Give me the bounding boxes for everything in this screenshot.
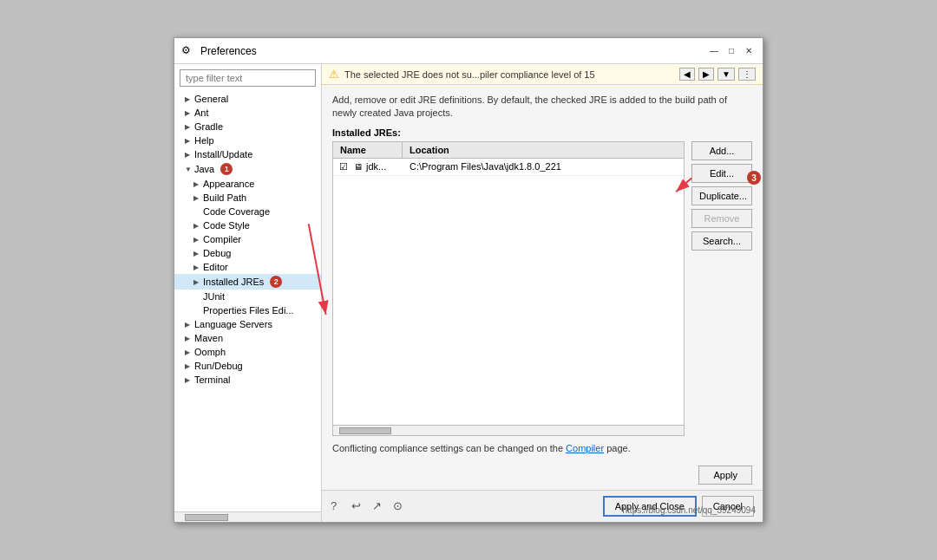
expand-icon: ▼ bbox=[185, 166, 192, 173]
expand-icon bbox=[193, 264, 200, 271]
sidebar-item-editor[interactable]: Editor bbox=[174, 260, 321, 274]
sidebar-item-java[interactable]: ▼ Java 1 bbox=[174, 161, 321, 177]
sidebar-item-label: Oomph bbox=[194, 347, 226, 357]
expand-icon bbox=[185, 376, 192, 384]
expand-icon bbox=[185, 137, 192, 145]
close-button[interactable]: ✕ bbox=[742, 44, 756, 58]
search-input[interactable] bbox=[180, 69, 316, 87]
sidebar-item-installed-jres[interactable]: Installed JREs 2 bbox=[174, 274, 321, 290]
sidebar-item-label: Java bbox=[194, 164, 214, 174]
row-checkbox[interactable]: ☑ bbox=[337, 161, 351, 173]
remove-button[interactable]: Remove bbox=[691, 209, 752, 228]
sidebar-item-install-update[interactable]: Install/Update bbox=[174, 147, 321, 161]
sidebar-item-label: Compiler bbox=[203, 234, 241, 244]
sidebar-item-label: Help bbox=[194, 135, 214, 146]
sidebar-item-label: Debug bbox=[203, 248, 231, 258]
table-scrollbar[interactable] bbox=[333, 425, 684, 435]
sidebar-item-code-style[interactable]: Code Style bbox=[174, 218, 321, 232]
sidebar-item-label: Properties Files Edi... bbox=[203, 305, 294, 316]
nav-forward-button[interactable]: ▶ bbox=[698, 68, 714, 81]
sidebar-item-label: JUnit bbox=[203, 291, 225, 302]
add-button[interactable]: Add... bbox=[691, 141, 752, 160]
window-title: Preferences bbox=[200, 45, 257, 57]
scroll-thumb[interactable] bbox=[185, 514, 228, 521]
expand-icon bbox=[193, 250, 200, 257]
duplicate-button[interactable]: Duplicate... bbox=[691, 186, 752, 205]
installed-label: Installed JREs: bbox=[332, 127, 752, 138]
restore-icon[interactable]: ↩ bbox=[351, 499, 365, 513]
content-area: Add, remove or edit JRE definitions. By … bbox=[322, 85, 763, 462]
sidebar-item-run-debug[interactable]: Run/Debug bbox=[174, 359, 321, 373]
sidebar-item-label: Installed JREs bbox=[203, 277, 264, 287]
nav-back-button[interactable]: ◀ bbox=[679, 68, 695, 81]
jre-location: C:\Program Files\Java\jdk1.8.0_221 bbox=[410, 161, 680, 172]
sidebar-item-ant[interactable]: Ant bbox=[174, 106, 321, 120]
badge-1: 1 bbox=[220, 163, 233, 175]
sidebar-item-debug[interactable]: Debug bbox=[174, 246, 321, 260]
search-button[interactable]: Search... bbox=[691, 231, 752, 251]
table-area: Name Location ☑ 🖥 jdk... C:\Program File… bbox=[332, 141, 752, 436]
sidebar-item-language-servers[interactable]: Language Servers bbox=[174, 317, 321, 331]
sidebar-item-label: Code Coverage bbox=[203, 206, 270, 217]
sidebar-item-general[interactable]: General bbox=[174, 92, 321, 106]
nav-dropdown-button[interactable]: ▼ bbox=[717, 68, 735, 81]
sidebar-item-appearance[interactable]: Appearance bbox=[174, 177, 321, 191]
table-header: Name Location bbox=[333, 142, 684, 159]
sidebar-item-label: Maven bbox=[194, 333, 223, 343]
apply-button[interactable]: Apply bbox=[698, 466, 752, 485]
table-row[interactable]: ☑ 🖥 jdk... C:\Program Files\Java\jdk1.8.… bbox=[333, 159, 684, 176]
sidebar-item-oomph[interactable]: Oomph bbox=[174, 345, 321, 359]
info-bar-text: The selected JRE does not su...piler com… bbox=[344, 69, 595, 80]
warning-icon: ⚠ bbox=[329, 68, 339, 81]
jre-table: Name Location ☑ 🖥 jdk... C:\Program File… bbox=[332, 141, 685, 436]
sidebar: General Ant Gradle Help bbox=[174, 64, 322, 522]
expand-icon bbox=[193, 194, 200, 202]
sidebar-item-terminal[interactable]: Terminal bbox=[174, 373, 321, 387]
sidebar-item-junit[interactable]: JUnit bbox=[174, 290, 321, 303]
expand-icon bbox=[185, 321, 192, 329]
sidebar-item-properties-files-editor[interactable]: Properties Files Edi... bbox=[174, 303, 321, 317]
jre-buttons: Add... Edit... Duplicate... Remove Searc… bbox=[691, 141, 752, 436]
col-header-location: Location bbox=[403, 142, 684, 158]
export-icon[interactable]: ↗ bbox=[372, 499, 386, 513]
col-header-name: Name bbox=[333, 142, 403, 158]
expand-icon bbox=[193, 278, 200, 286]
edit-button[interactable]: Edit... bbox=[691, 164, 752, 183]
minimize-button[interactable]: — bbox=[707, 44, 721, 58]
watermark: https://blog.csdn.net/qq_39249094 bbox=[623, 505, 756, 515]
sidebar-item-compiler[interactable]: Compiler bbox=[174, 232, 321, 246]
nav-menu-button[interactable]: ⋮ bbox=[738, 68, 756, 81]
sidebar-item-gradle[interactable]: Gradle bbox=[174, 120, 321, 133]
expand-icon bbox=[193, 222, 200, 230]
sidebar-item-help[interactable]: Help bbox=[174, 133, 321, 147]
compliance-bar: Conflicting compliance settings can be c… bbox=[332, 443, 752, 453]
expand-icon bbox=[185, 95, 192, 103]
footer-left: ? ↩ ↗ ⊙ bbox=[331, 499, 407, 513]
expand-icon bbox=[193, 180, 200, 188]
sidebar-scrollbar[interactable] bbox=[174, 511, 321, 522]
sidebar-item-label: Gradle bbox=[194, 121, 223, 132]
compiler-link[interactable]: Compiler bbox=[566, 443, 604, 453]
sidebar-item-maven[interactable]: Maven bbox=[174, 331, 321, 345]
sidebar-item-code-coverage[interactable]: Code Coverage bbox=[174, 205, 321, 218]
sidebar-item-label: Editor bbox=[203, 262, 228, 272]
expand-icon bbox=[193, 236, 200, 244]
maximize-button[interactable]: □ bbox=[724, 44, 738, 58]
window-controls: — □ ✕ bbox=[707, 44, 756, 58]
section-description: Add, remove or edit JRE definitions. By … bbox=[332, 94, 752, 120]
expand-icon bbox=[185, 348, 192, 356]
expand-icon bbox=[185, 362, 192, 370]
sidebar-item-label: General bbox=[194, 94, 228, 104]
sidebar-item-label: Language Servers bbox=[194, 319, 272, 329]
sidebar-item-build-path[interactable]: Build Path bbox=[174, 191, 321, 205]
info-bar: ⚠ The selected JRE does not su...piler c… bbox=[322, 64, 763, 85]
settings-icon[interactable]: ⊙ bbox=[393, 499, 407, 513]
app-icon: ⚙ bbox=[181, 44, 195, 58]
sidebar-item-label: Code Style bbox=[203, 220, 250, 231]
expand-icon bbox=[185, 151, 192, 159]
scroll-thumb-h[interactable] bbox=[339, 427, 391, 434]
tree-view: General Ant Gradle Help bbox=[174, 92, 321, 511]
help-icon[interactable]: ? bbox=[331, 499, 344, 513]
compliance-text: Conflicting compliance settings can be c… bbox=[332, 443, 563, 453]
sidebar-item-label: Ant bbox=[194, 107, 209, 118]
